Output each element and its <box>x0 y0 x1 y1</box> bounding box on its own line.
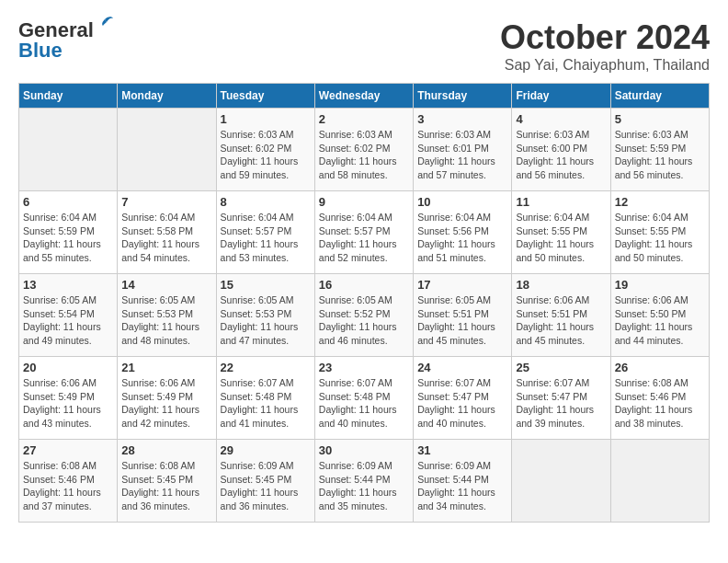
day-info: Sunrise: 6:04 AM Sunset: 5:58 PM Dayligh… <box>121 211 211 265</box>
day-info: Sunrise: 6:03 AM Sunset: 6:00 PM Dayligh… <box>516 128 606 182</box>
calendar-week-row: 13Sunrise: 6:05 AM Sunset: 5:54 PM Dayli… <box>19 274 710 357</box>
calendar-week-row: 27Sunrise: 6:08 AM Sunset: 5:46 PM Dayli… <box>19 440 710 523</box>
day-number: 6 <box>23 195 113 209</box>
day-info: Sunrise: 6:04 AM Sunset: 5:59 PM Dayligh… <box>23 211 113 265</box>
day-info: Sunrise: 6:08 AM Sunset: 5:46 PM Dayligh… <box>615 376 705 431</box>
calendar-week-row: 6Sunrise: 6:04 AM Sunset: 5:59 PM Daylig… <box>19 191 710 274</box>
table-row: 15Sunrise: 6:05 AM Sunset: 5:53 PM Dayli… <box>216 274 314 357</box>
table-row: 14Sunrise: 6:05 AM Sunset: 5:53 PM Dayli… <box>118 274 216 357</box>
day-info: Sunrise: 6:06 AM Sunset: 5:49 PM Dayligh… <box>121 376 211 431</box>
day-number: 15 <box>221 278 311 292</box>
day-number: 5 <box>615 112 705 126</box>
table-row: 29Sunrise: 6:09 AM Sunset: 5:45 PM Dayli… <box>216 440 314 523</box>
table-row: 10Sunrise: 6:04 AM Sunset: 5:56 PM Dayli… <box>414 191 512 274</box>
day-info: Sunrise: 6:07 AM Sunset: 5:47 PM Dayligh… <box>516 376 606 431</box>
day-number: 13 <box>23 278 113 292</box>
table-row: 6Sunrise: 6:04 AM Sunset: 5:59 PM Daylig… <box>19 191 118 274</box>
day-number: 20 <box>23 361 113 374</box>
day-number: 11 <box>516 195 606 209</box>
day-number: 10 <box>417 195 507 209</box>
col-thursday: Thursday <box>414 84 512 109</box>
col-tuesday: Tuesday <box>216 84 314 109</box>
day-number: 26 <box>615 361 705 374</box>
table-row: 19Sunrise: 6:06 AM Sunset: 5:50 PM Dayli… <box>610 274 709 357</box>
day-info: Sunrise: 6:04 AM Sunset: 5:56 PM Dayligh… <box>417 211 507 265</box>
table-row <box>19 109 118 191</box>
table-row: 1Sunrise: 6:03 AM Sunset: 6:02 PM Daylig… <box>216 109 314 191</box>
day-info: Sunrise: 6:03 AM Sunset: 6:01 PM Dayligh… <box>417 128 507 182</box>
logo-bird-icon <box>96 15 114 35</box>
logo: General Blue <box>18 18 94 63</box>
day-number: 17 <box>417 278 507 292</box>
table-row: 2Sunrise: 6:03 AM Sunset: 6:02 PM Daylig… <box>314 109 413 191</box>
table-row: 8Sunrise: 6:04 AM Sunset: 5:57 PM Daylig… <box>216 191 314 274</box>
col-wednesday: Wednesday <box>314 84 413 109</box>
table-row: 31Sunrise: 6:09 AM Sunset: 5:44 PM Dayli… <box>414 440 512 523</box>
calendar-week-row: 20Sunrise: 6:06 AM Sunset: 5:49 PM Dayli… <box>19 357 710 440</box>
day-number: 24 <box>417 361 507 374</box>
day-number: 28 <box>121 443 211 457</box>
page-header: General Blue October 2024 Sap Yai, Chaiy… <box>18 18 710 74</box>
logo-general: General <box>18 18 94 41</box>
day-info: Sunrise: 6:08 AM Sunset: 5:46 PM Dayligh… <box>23 459 113 513</box>
table-row: 18Sunrise: 6:06 AM Sunset: 5:51 PM Dayli… <box>512 274 610 357</box>
day-info: Sunrise: 6:09 AM Sunset: 5:45 PM Dayligh… <box>221 459 311 513</box>
table-row: 30Sunrise: 6:09 AM Sunset: 5:44 PM Dayli… <box>314 440 413 523</box>
col-saturday: Saturday <box>610 84 709 109</box>
table-row: 3Sunrise: 6:03 AM Sunset: 6:01 PM Daylig… <box>414 109 512 191</box>
day-number: 14 <box>121 278 211 292</box>
day-info: Sunrise: 6:06 AM Sunset: 5:49 PM Dayligh… <box>23 376 113 431</box>
day-number: 31 <box>417 443 507 457</box>
table-row <box>610 440 709 523</box>
day-number: 23 <box>319 361 409 374</box>
day-number: 21 <box>121 361 211 374</box>
day-info: Sunrise: 6:07 AM Sunset: 5:47 PM Dayligh… <box>417 376 507 431</box>
table-row: 26Sunrise: 6:08 AM Sunset: 5:46 PM Dayli… <box>610 357 709 440</box>
day-info: Sunrise: 6:07 AM Sunset: 5:48 PM Dayligh… <box>221 376 311 431</box>
table-row: 7Sunrise: 6:04 AM Sunset: 5:58 PM Daylig… <box>118 191 216 274</box>
day-info: Sunrise: 6:04 AM Sunset: 5:55 PM Dayligh… <box>516 211 606 265</box>
day-info: Sunrise: 6:05 AM Sunset: 5:51 PM Dayligh… <box>417 293 507 348</box>
day-info: Sunrise: 6:05 AM Sunset: 5:52 PM Dayligh… <box>319 293 409 348</box>
calendar-table: Sunday Monday Tuesday Wednesday Thursday… <box>18 83 710 523</box>
day-number: 1 <box>221 112 311 126</box>
table-row: 20Sunrise: 6:06 AM Sunset: 5:49 PM Dayli… <box>19 357 118 440</box>
day-info: Sunrise: 6:07 AM Sunset: 5:48 PM Dayligh… <box>319 376 409 431</box>
table-row: 21Sunrise: 6:06 AM Sunset: 5:49 PM Dayli… <box>118 357 216 440</box>
table-row: 16Sunrise: 6:05 AM Sunset: 5:52 PM Dayli… <box>314 274 413 357</box>
day-info: Sunrise: 6:03 AM Sunset: 6:02 PM Dayligh… <box>319 128 409 182</box>
day-info: Sunrise: 6:05 AM Sunset: 5:53 PM Dayligh… <box>121 293 211 348</box>
day-number: 12 <box>615 195 705 209</box>
day-info: Sunrise: 6:08 AM Sunset: 5:45 PM Dayligh… <box>121 459 211 513</box>
calendar-header-row: Sunday Monday Tuesday Wednesday Thursday… <box>19 84 710 109</box>
table-row: 22Sunrise: 6:07 AM Sunset: 5:48 PM Dayli… <box>216 357 314 440</box>
table-row: 12Sunrise: 6:04 AM Sunset: 5:55 PM Dayli… <box>610 191 709 274</box>
day-info: Sunrise: 6:03 AM Sunset: 5:59 PM Dayligh… <box>615 128 705 182</box>
location-subtitle: Sap Yai, Chaiyaphum, Thailand <box>500 57 710 74</box>
day-info: Sunrise: 6:05 AM Sunset: 5:54 PM Dayligh… <box>23 293 113 348</box>
col-sunday: Sunday <box>19 84 118 109</box>
table-row: 9Sunrise: 6:04 AM Sunset: 5:57 PM Daylig… <box>314 191 413 274</box>
table-row: 11Sunrise: 6:04 AM Sunset: 5:55 PM Dayli… <box>512 191 610 274</box>
day-number: 7 <box>121 195 211 209</box>
day-info: Sunrise: 6:04 AM Sunset: 5:57 PM Dayligh… <box>221 211 311 265</box>
table-row: 4Sunrise: 6:03 AM Sunset: 6:00 PM Daylig… <box>512 109 610 191</box>
day-info: Sunrise: 6:04 AM Sunset: 5:55 PM Dayligh… <box>615 211 705 265</box>
col-monday: Monday <box>118 84 216 109</box>
day-number: 22 <box>221 361 311 374</box>
col-friday: Friday <box>512 84 610 109</box>
day-number: 29 <box>221 443 311 457</box>
day-number: 16 <box>319 278 409 292</box>
table-row: 28Sunrise: 6:08 AM Sunset: 5:45 PM Dayli… <box>118 440 216 523</box>
day-number: 4 <box>516 112 606 126</box>
day-number: 30 <box>319 443 409 457</box>
month-title: October 2024 <box>500 18 710 57</box>
table-row <box>118 109 216 191</box>
table-row: 24Sunrise: 6:07 AM Sunset: 5:47 PM Dayli… <box>414 357 512 440</box>
day-number: 19 <box>615 278 705 292</box>
day-info: Sunrise: 6:06 AM Sunset: 5:51 PM Dayligh… <box>516 293 606 348</box>
table-row: 17Sunrise: 6:05 AM Sunset: 5:51 PM Dayli… <box>414 274 512 357</box>
table-row: 13Sunrise: 6:05 AM Sunset: 5:54 PM Dayli… <box>19 274 118 357</box>
day-info: Sunrise: 6:03 AM Sunset: 6:02 PM Dayligh… <box>221 128 311 182</box>
day-number: 25 <box>516 361 606 374</box>
